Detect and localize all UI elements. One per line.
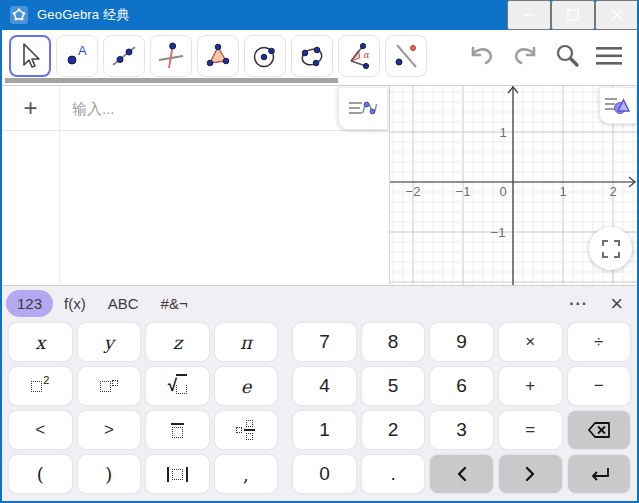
key-power[interactable] (78, 367, 141, 405)
key-comma[interactable]: , (215, 455, 278, 493)
power-exponent-icon (112, 380, 118, 386)
absolute-value-icon (167, 467, 188, 482)
circle-center-point-tool-button[interactable] (244, 35, 286, 77)
power-base-icon (100, 381, 111, 392)
move-tool-button[interactable] (9, 35, 51, 77)
key-6[interactable]: 6 (430, 367, 493, 405)
conic-tool-icon (297, 41, 327, 71)
svg-text:1: 1 (499, 125, 506, 140)
key-9[interactable]: 9 (430, 323, 493, 361)
key-pi[interactable]: π (215, 323, 278, 361)
key-abs[interactable] (146, 455, 209, 493)
recurring-decimal-icon (171, 423, 184, 438)
keyboard-close-button[interactable]: × (610, 293, 623, 315)
sqrt-icon: √ (168, 374, 187, 399)
graphics-view[interactable]: −2 −1 0 1 2 1 −1 (390, 86, 637, 285)
key-plus[interactable]: + (499, 367, 562, 405)
key-decimal-point[interactable]: . (362, 455, 425, 493)
key-square[interactable]: 2 (9, 367, 72, 405)
caret-left-icon (456, 466, 468, 482)
key-7[interactable]: 7 (293, 323, 356, 361)
key-multiply[interactable]: × (499, 323, 562, 361)
key-minus[interactable]: − (568, 367, 631, 405)
tab-symbols[interactable]: #&¬ (150, 290, 199, 317)
tab-numbers[interactable]: 123 (6, 290, 53, 317)
key-open-paren[interactable]: ( (9, 455, 72, 493)
reflect-tool-icon (391, 41, 421, 71)
undo-icon (468, 44, 496, 68)
line-tool-button[interactable] (103, 35, 145, 77)
algebra-stylebar-icon (348, 97, 378, 121)
algebra-stylebar-button[interactable] (338, 87, 388, 130)
svg-text:2: 2 (609, 184, 616, 199)
perpendicular-line-tool-button[interactable] (150, 35, 192, 77)
key-e[interactable]: e (215, 367, 278, 405)
close-button[interactable] (595, 0, 639, 30)
fullscreen-button[interactable] (589, 227, 632, 270)
key-enter[interactable] (568, 455, 631, 493)
key-5[interactable]: 5 (362, 367, 425, 405)
key-less-than[interactable]: < (9, 411, 72, 449)
tab-letters[interactable]: ABC (97, 290, 150, 317)
key-cursor-left[interactable] (430, 455, 493, 493)
key-close-paren[interactable]: ) (78, 455, 141, 493)
key-mixed-fraction[interactable] (215, 411, 278, 449)
circle-tool-icon (250, 41, 280, 71)
key-recurring-decimal[interactable] (146, 411, 209, 449)
undo-button[interactable] (468, 44, 496, 71)
svg-text:A: A (78, 43, 87, 58)
key-greater-than[interactable]: > (78, 411, 141, 449)
key-8[interactable]: 8 (362, 323, 425, 361)
toolbar-actions (468, 43, 623, 72)
svg-text:α: α (363, 50, 370, 60)
reflect-about-line-tool-button[interactable] (385, 35, 427, 77)
key-x[interactable]: x (9, 323, 72, 361)
square-exponent: 2 (43, 374, 49, 386)
add-input-button[interactable]: + (2, 86, 59, 130)
algebra-input-row: + (2, 86, 389, 131)
key-2[interactable]: 2 (362, 411, 425, 449)
line-tool-icon (109, 41, 139, 71)
virtual-keyboard: 123 f(x) ABC #&¬ ··· × x y z π 7 8 9 × ÷ (2, 285, 637, 503)
svg-text:1: 1 (559, 184, 566, 199)
algebra-view: + (2, 86, 390, 285)
menu-button[interactable] (595, 45, 623, 70)
polygon-tool-button[interactable] (197, 35, 239, 77)
key-sqrt[interactable]: √ (146, 367, 209, 405)
toolbar-scrollbar-thumb[interactable] (5, 78, 338, 83)
key-backspace[interactable] (568, 411, 631, 449)
svg-text:−1: −1 (456, 184, 471, 199)
key-divide[interactable]: ÷ (568, 323, 631, 361)
key-0[interactable]: 0 (293, 455, 356, 493)
key-cursor-right[interactable] (499, 455, 562, 493)
minimize-button[interactable] (507, 0, 551, 30)
tab-functions[interactable]: f(x) (53, 290, 97, 317)
conic-through-points-tool-button[interactable] (291, 35, 333, 77)
maximize-icon (567, 9, 579, 21)
svg-text:−2: −2 (406, 184, 421, 199)
enter-icon (586, 464, 612, 484)
square-placeholder-icon (31, 381, 42, 392)
keyboard-tabs: 123 f(x) ABC #&¬ ··· × (2, 286, 637, 321)
content-area: + (2, 86, 637, 285)
mixed-fraction-icon (236, 420, 255, 440)
svg-text:−1: −1 (491, 225, 506, 240)
perpendicular-line-tool-icon (156, 41, 186, 71)
search-button[interactable] (554, 43, 580, 72)
keyboard-more-button[interactable]: ··· (569, 295, 588, 313)
key-equals[interactable]: = (499, 411, 562, 449)
key-1[interactable]: 1 (293, 411, 356, 449)
close-icon (611, 9, 623, 21)
graphics-stylebar-button[interactable] (599, 87, 637, 124)
angle-tool-button[interactable]: α (338, 35, 380, 77)
key-z[interactable]: z (146, 323, 209, 361)
point-tool-button[interactable]: A (56, 35, 98, 77)
maximize-button[interactable] (551, 0, 595, 30)
key-4[interactable]: 4 (293, 367, 356, 405)
redo-button[interactable] (511, 44, 539, 71)
toolbar: A (2, 30, 637, 86)
caret-right-icon (524, 466, 536, 482)
key-3[interactable]: 3 (430, 411, 493, 449)
key-y[interactable]: y (78, 323, 141, 361)
point-tool-icon: A (62, 41, 92, 71)
